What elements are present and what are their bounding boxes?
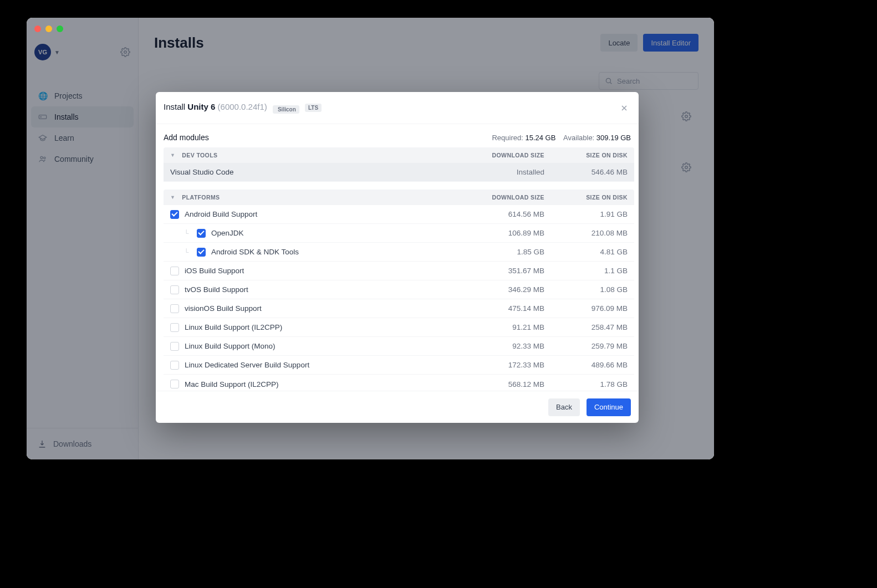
module-row[interactable]: Linux Build Support (Mono)92.33 MB259.79… xyxy=(164,337,634,356)
modules-list[interactable]: ▼ DEV TOOLS DOWNLOAD SIZE SIZE ON DISK V… xyxy=(156,147,639,391)
checkbox[interactable] xyxy=(170,210,179,219)
download-size: 92.33 MB xyxy=(461,342,544,350)
checkbox[interactable] xyxy=(170,361,179,370)
checkbox[interactable] xyxy=(170,380,179,388)
module-name: Linux Dedicated Server Build Support xyxy=(185,361,309,369)
disk-size: 976.09 MB xyxy=(544,304,628,313)
disk-size: 546.46 MB xyxy=(544,168,628,176)
install-modules-modal: Install Unity 6 (6000.0.24f1) Silicon LT… xyxy=(156,92,639,423)
add-modules-label: Add modules xyxy=(164,133,209,142)
module-row[interactable]: Linux Build Support (IL2CPP)91.21 MB258.… xyxy=(164,318,634,337)
module-name: Mac Build Support (IL2CPP) xyxy=(185,380,279,388)
module-row[interactable]: └OpenJDK106.89 MB210.08 MB xyxy=(164,224,634,243)
module-row[interactable]: Linux Dedicated Server Build Support172.… xyxy=(164,356,634,375)
module-row[interactable]: tvOS Build Support346.29 MB1.08 GB xyxy=(164,280,634,299)
maximize-window-icon[interactable] xyxy=(57,25,63,32)
checkbox[interactable] xyxy=(170,285,179,294)
module-name: tvOS Build Support xyxy=(185,285,248,294)
download-size: 614.56 MB xyxy=(461,210,544,218)
module-row[interactable]: └Android SDK & NDK Tools1.85 GB4.81 GB xyxy=(164,243,634,262)
checkbox[interactable] xyxy=(170,342,179,351)
checkbox[interactable] xyxy=(170,267,179,275)
disk-size: 1.08 GB xyxy=(544,285,628,294)
download-size: 1.85 GB xyxy=(461,248,544,256)
checkbox[interactable] xyxy=(170,304,179,313)
module-name: Visual Studio Code xyxy=(170,168,461,176)
storage-info: Required: 15.24 GB Available: 309.19 GB xyxy=(492,134,631,142)
module-row[interactable]: Mac Build Support (IL2CPP)568.12 MB1.78 … xyxy=(164,375,634,391)
download-size: 351.67 MB xyxy=(461,267,544,275)
modal-footer: Back Continue xyxy=(156,391,639,423)
download-size: 106.89 MB xyxy=(461,229,544,237)
module-row[interactable]: Android Build Support614.56 MB1.91 GB xyxy=(164,205,634,224)
tree-line-icon: └ xyxy=(181,229,191,237)
continue-button[interactable]: Continue xyxy=(587,398,631,416)
module-row[interactable]: visionOS Build Support475.14 MB976.09 MB xyxy=(164,299,634,318)
module-name: Android SDK & NDK Tools xyxy=(211,248,299,256)
disk-size: 210.08 MB xyxy=(544,229,628,237)
back-button[interactable]: Back xyxy=(548,398,580,416)
lts-badge: LTS xyxy=(305,104,322,112)
disk-size: 489.66 MB xyxy=(544,361,628,369)
download-size: 346.29 MB xyxy=(461,285,544,294)
installed-label: Installed xyxy=(461,168,544,176)
module-name: Android Build Support xyxy=(185,210,257,218)
checkbox[interactable] xyxy=(170,323,179,332)
chevron-down-icon: ▼ xyxy=(170,152,175,158)
module-name: OpenJDK xyxy=(211,229,244,237)
module-name: Linux Build Support (IL2CPP) xyxy=(185,323,282,331)
close-window-icon[interactable] xyxy=(34,25,41,32)
download-size: 475.14 MB xyxy=(461,304,544,313)
download-size: 91.21 MB xyxy=(461,323,544,331)
window-controls xyxy=(34,25,63,32)
platforms-header[interactable]: ▼ PLATFORMS DOWNLOAD SIZE SIZE ON DISK xyxy=(164,190,634,205)
disk-size: 1.78 GB xyxy=(544,380,628,388)
chevron-down-icon: ▼ xyxy=(170,195,175,200)
minimize-window-icon[interactable] xyxy=(45,25,52,32)
disk-size: 258.47 MB xyxy=(544,323,628,331)
modal-title: Install Unity 6 (6000.0.24f1) Silicon LT… xyxy=(164,102,322,114)
checkbox[interactable] xyxy=(197,248,206,257)
devtools-header[interactable]: ▼ DEV TOOLS DOWNLOAD SIZE SIZE ON DISK xyxy=(164,147,634,163)
download-size: 172.33 MB xyxy=(461,361,544,369)
close-icon[interactable] xyxy=(618,101,631,115)
disk-size: 4.81 GB xyxy=(544,248,628,256)
modal-subheader: Add modules Required: 15.24 GB Available… xyxy=(156,124,639,147)
download-size: 568.12 MB xyxy=(461,380,544,388)
disk-size: 1.1 GB xyxy=(544,267,628,275)
module-row[interactable]: iOS Build Support351.67 MB1.1 GB xyxy=(164,262,634,280)
silicon-badge: Silicon xyxy=(273,105,299,114)
module-name: visionOS Build Support xyxy=(185,304,262,313)
tree-line-icon: └ xyxy=(181,248,191,256)
modal-header: Install Unity 6 (6000.0.24f1) Silicon LT… xyxy=(156,92,639,124)
module-name: iOS Build Support xyxy=(185,267,244,275)
checkbox[interactable] xyxy=(197,229,206,238)
app-window: VG ▼ 🌐 Projects Installs Learn xyxy=(27,18,714,459)
disk-size: 1.91 GB xyxy=(544,210,628,218)
module-name: Linux Build Support (Mono) xyxy=(185,342,276,350)
disk-size: 259.79 MB xyxy=(544,342,628,350)
module-row: Visual Studio Code Installed 546.46 MB xyxy=(164,163,634,182)
